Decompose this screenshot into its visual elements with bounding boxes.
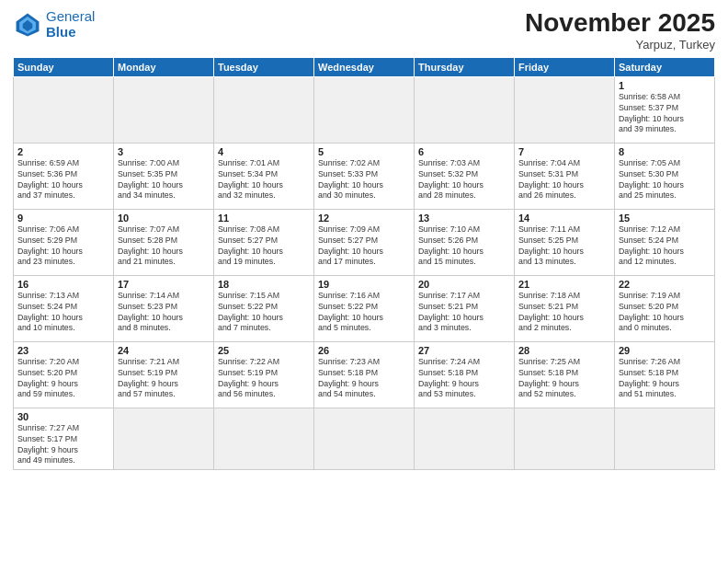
day-number: 7: [518, 146, 610, 157]
day-number: 3: [118, 146, 210, 157]
cell-info: Sunrise: 7:05 AM Sunset: 5:30 PM Dayligh…: [619, 158, 711, 202]
day-header-wednesday: Wednesday: [314, 57, 415, 76]
day-header-friday: Friday: [515, 57, 615, 76]
day-number: 22: [619, 279, 711, 290]
day-number: 19: [318, 279, 410, 290]
cell-info: Sunrise: 7:02 AM Sunset: 5:33 PM Dayligh…: [318, 158, 410, 202]
day-number: 14: [518, 213, 610, 224]
calendar-cell: 6Sunrise: 7:03 AM Sunset: 5:32 PM Daylig…: [415, 143, 515, 209]
calendar-cell: 12Sunrise: 7:09 AM Sunset: 5:27 PM Dayli…: [314, 209, 415, 275]
calendar-cell: [615, 408, 715, 470]
calendar-cell: 11Sunrise: 7:08 AM Sunset: 5:27 PM Dayli…: [214, 209, 314, 275]
calendar-cell: 23Sunrise: 7:20 AM Sunset: 5:20 PM Dayli…: [14, 341, 114, 408]
calendar-cell: 4Sunrise: 7:01 AM Sunset: 5:34 PM Daylig…: [214, 143, 314, 209]
calendar-cell: 17Sunrise: 7:14 AM Sunset: 5:23 PM Dayli…: [114, 275, 214, 341]
calendar-cell: 19Sunrise: 7:16 AM Sunset: 5:22 PM Dayli…: [314, 275, 415, 341]
day-number: 24: [118, 345, 210, 356]
calendar-cell: 7Sunrise: 7:04 AM Sunset: 5:31 PM Daylig…: [515, 143, 615, 209]
calendar-week-1: 1Sunrise: 6:58 AM Sunset: 5:37 PM Daylig…: [14, 76, 715, 143]
calendar-header-row: SundayMondayTuesdayWednesdayThursdayFrid…: [14, 57, 715, 76]
calendar-cell: 26Sunrise: 7:23 AM Sunset: 5:18 PM Dayli…: [314, 341, 415, 408]
header: General Blue November 2025 Yarpuz, Turke…: [13, 9, 715, 52]
cell-info: Sunrise: 7:22 AM Sunset: 5:19 PM Dayligh…: [218, 357, 310, 401]
calendar-cell: 2Sunrise: 6:59 AM Sunset: 5:36 PM Daylig…: [14, 143, 114, 209]
calendar-cell: 1Sunrise: 6:58 AM Sunset: 5:37 PM Daylig…: [615, 76, 715, 143]
calendar-cell: 29Sunrise: 7:26 AM Sunset: 5:18 PM Dayli…: [615, 341, 715, 408]
cell-info: Sunrise: 7:09 AM Sunset: 5:27 PM Dayligh…: [318, 224, 410, 269]
day-number: 5: [318, 146, 410, 157]
subtitle: Yarpuz, Turkey: [525, 38, 715, 52]
calendar-week-6: 30Sunrise: 7:27 AM Sunset: 5:17 PM Dayli…: [14, 408, 715, 470]
calendar-week-3: 9Sunrise: 7:06 AM Sunset: 5:29 PM Daylig…: [14, 209, 715, 275]
calendar-cell: 8Sunrise: 7:05 AM Sunset: 5:30 PM Daylig…: [615, 143, 715, 209]
cell-info: Sunrise: 7:14 AM Sunset: 5:23 PM Dayligh…: [118, 291, 210, 335]
calendar-cell: [14, 76, 114, 143]
calendar-cell: 24Sunrise: 7:21 AM Sunset: 5:19 PM Dayli…: [114, 341, 214, 408]
cell-info: Sunrise: 7:19 AM Sunset: 5:20 PM Dayligh…: [619, 291, 711, 335]
day-number: 12: [318, 213, 410, 224]
cell-info: Sunrise: 7:20 AM Sunset: 5:20 PM Dayligh…: [17, 357, 109, 401]
calendar-cell: 3Sunrise: 7:00 AM Sunset: 5:35 PM Daylig…: [114, 143, 214, 209]
cell-info: Sunrise: 6:58 AM Sunset: 5:37 PM Dayligh…: [619, 92, 711, 136]
logo-blue: Blue: [46, 25, 95, 40]
calendar-cell: 9Sunrise: 7:06 AM Sunset: 5:29 PM Daylig…: [14, 209, 114, 275]
calendar-table: SundayMondayTuesdayWednesdayThursdayFrid…: [13, 57, 715, 471]
cell-info: Sunrise: 7:01 AM Sunset: 5:34 PM Dayligh…: [218, 158, 310, 202]
cell-info: Sunrise: 7:04 AM Sunset: 5:31 PM Dayligh…: [518, 158, 610, 202]
calendar-cell: 30Sunrise: 7:27 AM Sunset: 5:17 PM Dayli…: [14, 408, 114, 470]
day-header-sunday: Sunday: [14, 57, 114, 76]
day-header-monday: Monday: [114, 57, 214, 76]
day-number: 9: [17, 213, 109, 224]
day-number: 10: [118, 213, 210, 224]
calendar-cell: [214, 76, 314, 143]
title-block: November 2025 Yarpuz, Turkey: [525, 9, 715, 52]
day-header-tuesday: Tuesday: [214, 57, 314, 76]
calendar-cell: 10Sunrise: 7:07 AM Sunset: 5:28 PM Dayli…: [114, 209, 214, 275]
day-number: 11: [218, 213, 310, 224]
cell-info: Sunrise: 7:24 AM Sunset: 5:18 PM Dayligh…: [418, 357, 510, 401]
cell-info: Sunrise: 7:08 AM Sunset: 5:27 PM Dayligh…: [218, 224, 310, 269]
day-number: 21: [518, 279, 610, 290]
day-number: 6: [418, 146, 510, 157]
day-number: 20: [418, 279, 510, 290]
day-number: 1: [619, 80, 711, 91]
calendar-cell: 5Sunrise: 7:02 AM Sunset: 5:33 PM Daylig…: [314, 143, 415, 209]
day-number: 2: [17, 146, 109, 157]
day-number: 15: [619, 213, 711, 224]
day-number: 4: [218, 146, 310, 157]
day-number: 29: [619, 345, 711, 356]
page: General Blue November 2025 Yarpuz, Turke…: [0, 0, 728, 563]
calendar-cell: 14Sunrise: 7:11 AM Sunset: 5:25 PM Dayli…: [515, 209, 615, 275]
day-number: 18: [218, 279, 310, 290]
cell-info: Sunrise: 7:00 AM Sunset: 5:35 PM Dayligh…: [118, 158, 210, 202]
cell-info: Sunrise: 6:59 AM Sunset: 5:36 PM Dayligh…: [17, 158, 109, 202]
cell-info: Sunrise: 7:16 AM Sunset: 5:22 PM Dayligh…: [318, 291, 410, 335]
calendar-cell: 22Sunrise: 7:19 AM Sunset: 5:20 PM Dayli…: [615, 275, 715, 341]
day-number: 26: [318, 345, 410, 356]
cell-info: Sunrise: 7:21 AM Sunset: 5:19 PM Dayligh…: [118, 357, 210, 401]
calendar-cell: 27Sunrise: 7:24 AM Sunset: 5:18 PM Dayli…: [415, 341, 515, 408]
calendar-week-4: 16Sunrise: 7:13 AM Sunset: 5:24 PM Dayli…: [14, 275, 715, 341]
logo-text: General Blue: [46, 9, 95, 40]
cell-info: Sunrise: 7:13 AM Sunset: 5:24 PM Dayligh…: [17, 291, 109, 335]
day-number: 16: [17, 279, 109, 290]
cell-info: Sunrise: 7:17 AM Sunset: 5:21 PM Dayligh…: [418, 291, 510, 335]
day-header-saturday: Saturday: [615, 57, 715, 76]
cell-info: Sunrise: 7:03 AM Sunset: 5:32 PM Dayligh…: [418, 158, 510, 202]
calendar-cell: 16Sunrise: 7:13 AM Sunset: 5:24 PM Dayli…: [14, 275, 114, 341]
cell-info: Sunrise: 7:11 AM Sunset: 5:25 PM Dayligh…: [518, 224, 610, 269]
month-title: November 2025: [525, 9, 715, 38]
calendar-cell: 18Sunrise: 7:15 AM Sunset: 5:22 PM Dayli…: [214, 275, 314, 341]
cell-info: Sunrise: 7:12 AM Sunset: 5:24 PM Dayligh…: [619, 224, 711, 269]
calendar-week-5: 23Sunrise: 7:20 AM Sunset: 5:20 PM Dayli…: [14, 341, 715, 408]
calendar-cell: [515, 408, 615, 470]
cell-info: Sunrise: 7:15 AM Sunset: 5:22 PM Dayligh…: [218, 291, 310, 335]
calendar-cell: [114, 76, 214, 143]
calendar-cell: [415, 76, 515, 143]
logo-icon: [13, 10, 42, 40]
cell-info: Sunrise: 7:23 AM Sunset: 5:18 PM Dayligh…: [318, 357, 410, 401]
calendar-cell: [515, 76, 615, 143]
calendar-cell: [114, 408, 214, 470]
day-number: 8: [619, 146, 711, 157]
calendar-cell: [415, 408, 515, 470]
